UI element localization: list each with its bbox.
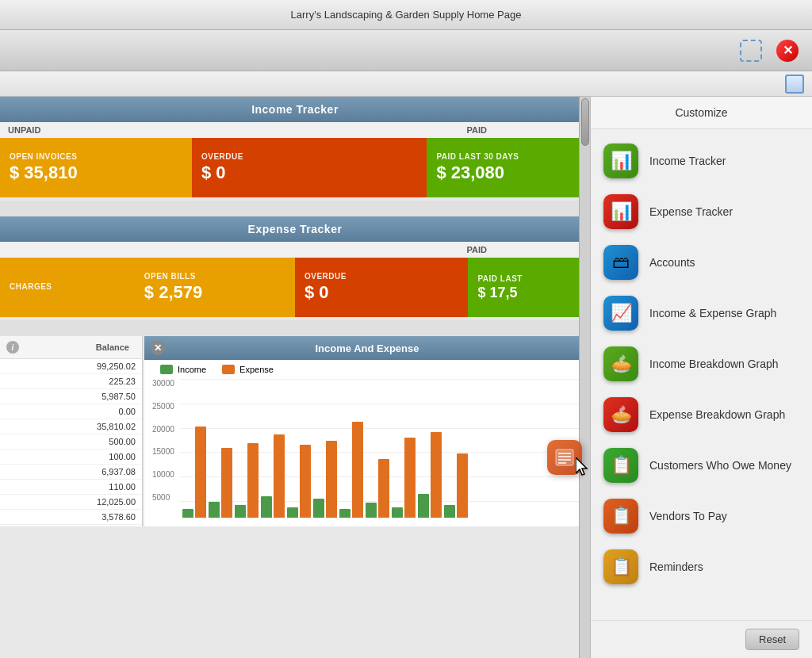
y-label-30k: 30000	[152, 379, 174, 388]
customize-icon-income-expense-graph: 📈	[603, 296, 638, 331]
customize-list: 📊 Income Tracker 📊 Expense Tracker 🗃 Acc…	[591, 129, 812, 620]
bar-group	[182, 427, 206, 518]
accounts-balance-value: 225.23	[109, 377, 136, 386]
open-bills-label: OPEN BILLS	[144, 272, 285, 281]
accounts-balance-value: 99,250.02	[97, 362, 136, 371]
graph-area: 30000 25000 20000 15000 10000 5000	[144, 379, 590, 518]
customize-item-customers-owe[interactable]: 📋 Customers Who Owe Money	[591, 440, 812, 491]
accounts-balance-header: Balance	[96, 342, 136, 352]
expense-bar	[221, 448, 232, 518]
customize-icon-income-tracker: 📊	[603, 143, 638, 178]
expense-overdue-label: OVERDUE	[304, 272, 458, 281]
charges-cell[interactable]: CHARGES	[0, 258, 135, 317]
accounts-list: 99,250.02225.235,987.500.0035,810.02500.…	[0, 359, 142, 525]
customize-item-expense-breakdown[interactable]: 🥧 Expense Breakdown Graph	[591, 389, 812, 440]
income-bar	[392, 507, 403, 518]
y-label-10k: 10000	[152, 470, 174, 479]
secondary-toolbar	[0, 71, 812, 97]
customize-icon-accounts: 🗃	[603, 245, 638, 280]
right-panel: Customize 📊 Income Tracker 📊 Expense Tra…	[590, 97, 812, 658]
accounts-row: 35,810.02	[0, 419, 142, 434]
customize-item-label-vendors-pay: Vendors To Pay	[649, 510, 727, 522]
income-bar	[366, 503, 377, 518]
accounts-row: 99,250.02	[0, 359, 142, 374]
income-values-row: OPEN INVOICES $ 35,810 OVERDUE $ 0 PAID …	[0, 138, 590, 197]
graph-close-button[interactable]: ✕	[151, 341, 165, 355]
accounts-balance-value: 12,025.00	[97, 497, 136, 507]
panel-toggle-icon[interactable]	[785, 75, 804, 94]
income-bar	[313, 499, 324, 518]
scrollbar[interactable]	[579, 97, 590, 658]
expense-overdue-value: $ 0	[304, 282, 458, 303]
paid-last30-cell[interactable]: PAID LAST 30 DAYS $ 23,080	[427, 138, 590, 197]
income-tracker-header: Income Tracker	[0, 97, 590, 122]
expense-bar	[431, 432, 442, 518]
y-label-20k: 20000	[152, 425, 174, 434]
expense-legend-item: Expense	[222, 365, 274, 374]
graph-header: ✕ Income And Expense	[144, 336, 590, 360]
income-legend-item: Income	[160, 365, 206, 374]
reset-button[interactable]: Reset	[745, 629, 799, 650]
main-content: Income Tracker UNPAID PAID OPEN INVOICES…	[0, 97, 812, 658]
vendors-dragging-icon	[547, 440, 582, 475]
customize-item-label-expense-tracker: Expense Tracker	[649, 205, 733, 218]
income-bar	[261, 496, 272, 518]
bar-group	[366, 459, 389, 518]
customize-item-label-income-expense-graph: Income & Expense Graph	[649, 307, 776, 319]
expense-overdue-cell[interactable]: OVERDUE $ 0	[295, 258, 468, 317]
income-bar	[444, 505, 455, 518]
customize-item-accounts[interactable]: 🗃 Accounts	[591, 237, 812, 288]
paid-last30-value: $ 23,080	[436, 163, 580, 183]
customize-item-income-tracker[interactable]: 📊 Income Tracker	[591, 136, 812, 186]
income-bar	[209, 502, 220, 518]
info-icon[interactable]: i	[6, 341, 19, 354]
customize-item-reminders[interactable]: 📋 Reminders	[591, 541, 812, 592]
bar-group	[313, 441, 337, 518]
expense-bar	[247, 443, 259, 518]
expense-bar	[326, 441, 337, 518]
open-bills-cell[interactable]: OPEN BILLS $ 2,579	[135, 258, 295, 317]
expand-button[interactable]	[736, 36, 766, 66]
accounts-row: 0.00	[0, 404, 142, 419]
divider-1	[0, 201, 590, 216]
customize-item-expense-tracker[interactable]: 📊 Expense Tracker	[591, 186, 812, 237]
customize-icon-symbol: 🗃	[612, 252, 630, 273]
income-legend-label: Income	[178, 365, 206, 374]
expense-legend-label: Expense	[239, 365, 274, 374]
gridline-1	[180, 379, 590, 380]
accounts-header: i Balance	[0, 336, 142, 359]
accounts-balance-value: 35,810.02	[97, 422, 136, 431]
accounts-balance-value: 6,937.08	[102, 467, 136, 476]
help-button[interactable]: ✕	[772, 36, 802, 66]
expense-bar	[300, 445, 311, 518]
accounts-row: 110.00	[0, 480, 142, 495]
open-invoices-cell[interactable]: OPEN INVOICES $ 35,810	[0, 138, 192, 197]
scrollbar-thumb[interactable]	[581, 98, 589, 146]
expand-icon	[740, 40, 762, 62]
customize-item-label-reminders: Reminders	[649, 560, 703, 573]
expense-tracker-section: Expense Tracker . PAID CHARGES OPEN BILL…	[0, 216, 590, 317]
expense-legend-color	[222, 365, 235, 374]
customize-item-income-breakdown[interactable]: 🥧 Income Breakdown Graph	[591, 339, 812, 389]
income-overdue-cell[interactable]: OVERDUE $ 0	[192, 138, 427, 197]
customize-item-vendors-pay[interactable]: 📋 Vendors To Pay	[591, 491, 812, 541]
customize-icon-symbol: 🥧	[611, 404, 632, 425]
divider-2	[0, 320, 590, 336]
customize-icon-symbol: 📋	[611, 506, 632, 526]
window-title: Larry's Landscaping & Garden Supply Home…	[291, 9, 522, 21]
bar-group	[392, 438, 416, 518]
customize-item-income-expense-graph[interactable]: 📈 Income & Expense Graph	[591, 288, 812, 339]
accounts-row: 100.00	[0, 450, 142, 465]
graph-title: Income And Expense	[316, 342, 419, 354]
customize-header: Customize	[591, 97, 812, 129]
customize-icon-expense-breakdown: 🥧	[603, 397, 638, 432]
bar-group	[418, 432, 442, 518]
bottom-area: i Balance 99,250.02225.235,987.500.0035,…	[0, 336, 590, 526]
expense-paid-last-cell[interactable]: PAID LAST $ 17,5	[468, 258, 590, 317]
expense-bar	[274, 434, 285, 518]
income-bar	[182, 509, 193, 518]
accounts-row: 5,987.50	[0, 389, 142, 404]
customize-icon-expense-tracker: 📊	[603, 194, 638, 229]
expense-paid-label: PAID	[467, 245, 487, 254]
customize-icon-symbol: 📊	[611, 151, 632, 171]
